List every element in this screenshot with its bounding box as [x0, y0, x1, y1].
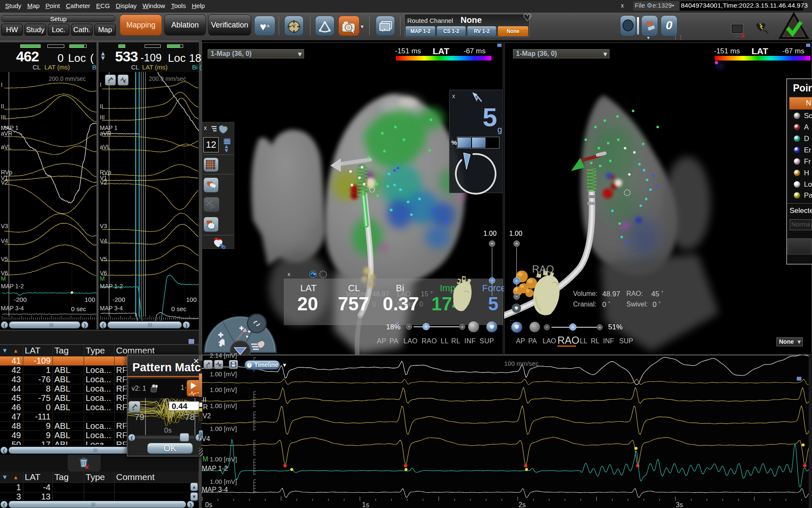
- svg-text:+: +: [219, 364, 221, 368]
- svg-text:✘: ✘: [85, 464, 89, 469]
- svg-text:+: +: [123, 80, 126, 84]
- svg-text:✘: ✘: [741, 33, 745, 39]
